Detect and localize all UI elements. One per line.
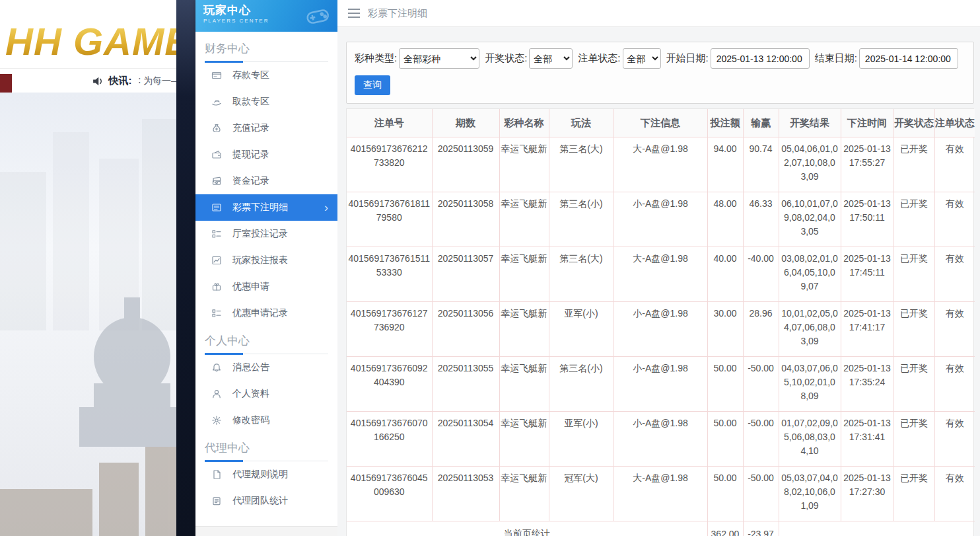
table-header-row: 注单号期数彩种名称玩法下注信息投注额输赢开奖结果下注时间开奖状态注单状态 bbox=[347, 109, 975, 137]
lottery-type-select[interactable]: 全部彩种 bbox=[399, 48, 479, 69]
cell-order-id: 401569173676092404390 bbox=[347, 357, 432, 412]
sidebar-item-label: 彩票下注明细 bbox=[232, 202, 288, 213]
sidebar-item-notice[interactable]: 消息公告 bbox=[195, 354, 337, 381]
withdraw-hand-icon bbox=[211, 96, 222, 107]
cell-order-id: 401569173676212733820 bbox=[347, 137, 432, 192]
list-check-icon bbox=[211, 229, 222, 239]
cell-period: 20250113054 bbox=[432, 412, 499, 467]
search-button[interactable]: 查询 bbox=[355, 75, 390, 95]
cell-order-id: 401569173676070166250 bbox=[347, 412, 432, 467]
cell-draw-result: 06,10,01,07,09,08,02,04,03,05 bbox=[779, 192, 841, 247]
sidebar-item-agent-rules[interactable]: 代理规则说明 bbox=[195, 461, 337, 488]
background-page: HH GAME 快讯: ∶ 为每一— bbox=[0, 0, 176, 536]
capitol-silhouette bbox=[0, 93, 176, 536]
sidebar-item-label: 玩家投注报表 bbox=[232, 254, 288, 266]
cell-win-loss: -50.00 bbox=[743, 467, 779, 521]
cell-bet-time: 2025-01-13 17:27:30 bbox=[841, 467, 893, 521]
cell-bet-amount: 48.00 bbox=[707, 192, 743, 247]
sidebar-item-profile[interactable]: 个人资料 bbox=[195, 381, 337, 407]
sidebar-item-agent-team-stats[interactable]: 代理团队统计 bbox=[195, 488, 337, 514]
cell-order-status: 有效 bbox=[934, 247, 975, 302]
sidebar-item-withdraw[interactable]: 取款专区 bbox=[195, 89, 337, 115]
table-row: 40156917367618117958020250113058幸运飞艇新第三名… bbox=[347, 192, 975, 247]
site-logo: HH GAME bbox=[0, 17, 176, 68]
cell-period: 20250113057 bbox=[432, 247, 499, 302]
sidebar-section-label: 财务中心 bbox=[205, 41, 328, 62]
news-ticker-text: ∶ 为每一— bbox=[138, 75, 176, 87]
order-status-label: 注单状态: bbox=[578, 52, 620, 65]
cell-lottery-name: 幸运飞艇新 bbox=[499, 412, 549, 467]
start-date-label: 开始日期: bbox=[666, 52, 709, 65]
column-header-lottery-name: 彩种名称 bbox=[499, 109, 549, 137]
cell-win-loss: 28.96 bbox=[743, 302, 779, 357]
sidebar-section-label: 代理中心 bbox=[205, 440, 328, 461]
sidebar-item-funds-record[interactable]: 资金记录 bbox=[195, 168, 337, 194]
end-date-input[interactable] bbox=[859, 48, 958, 69]
sidebar-section-label: 个人中心 bbox=[205, 333, 328, 354]
news-ticker-label: 快讯: bbox=[108, 75, 131, 87]
sidebar-item-player-bet-report[interactable]: 玩家投注报表 bbox=[195, 247, 337, 274]
cell-draw-result: 03,08,02,01,06,04,05,10,09,07 bbox=[779, 247, 841, 302]
cell-play-type: 第三名(大) bbox=[549, 137, 613, 192]
chart-report-icon bbox=[211, 255, 222, 266]
table-row: 40156917367615115333020250113057幸运飞艇新第三名… bbox=[347, 247, 975, 302]
sidebar-item-lottery-bet-detail[interactable]: 彩票下注明细› bbox=[195, 194, 337, 221]
news-ticker-bar: 快讯: ∶ 为每一— bbox=[0, 68, 176, 93]
end-date-label: 结束日期: bbox=[815, 52, 857, 65]
draw-status-select[interactable]: 全部 bbox=[529, 48, 573, 69]
cell-win-loss: -40.00 bbox=[743, 247, 779, 302]
sidebar-item-deposit[interactable]: 存款专区 bbox=[195, 62, 337, 89]
cell-bet-info: 大-A盘@1.98 bbox=[613, 137, 707, 192]
cell-draw-status: 已开奖 bbox=[893, 357, 934, 412]
cell-draw-status: 已开奖 bbox=[893, 467, 934, 521]
sidebar-item-label: 修改密码 bbox=[232, 414, 269, 426]
cell-win-loss: 46.33 bbox=[743, 192, 779, 247]
tickets-icon bbox=[211, 176, 222, 186]
sidebar-item-hall-bet-record[interactable]: 厅室投注记录 bbox=[195, 221, 337, 247]
cell-win-loss: -50.00 bbox=[743, 412, 779, 467]
start-date-input[interactable] bbox=[711, 48, 810, 69]
overlay-dark-strip bbox=[176, 0, 195, 536]
deposit-card-icon bbox=[211, 70, 222, 81]
cell-win-loss: 90.74 bbox=[743, 137, 779, 192]
cell-bet-info: 小-A盘@1.98 bbox=[613, 302, 707, 357]
column-header-bet-info: 下注信息 bbox=[613, 109, 707, 137]
sidebar-footer bbox=[195, 526, 337, 536]
column-header-period: 期数 bbox=[432, 109, 499, 137]
hamburger-icon[interactable] bbox=[348, 9, 360, 18]
table-row: 40156917367607016625020250113054幸运飞艇新亚军(… bbox=[347, 412, 975, 467]
sidebar-item-label: 个人资料 bbox=[232, 388, 269, 400]
table-row: 40156917367621273382020250113059幸运飞艇新第三名… bbox=[347, 137, 975, 192]
sidebar-header: 玩家中心 PLAYERS CENTER bbox=[195, 0, 337, 32]
cell-draw-result: 04,03,07,06,05,10,02,01,08,09 bbox=[779, 357, 841, 412]
bet-detail-table-card: 注单号期数彩种名称玩法下注信息投注额输赢开奖结果下注时间开奖状态注单状态 401… bbox=[346, 108, 974, 536]
cell-bet-info: 大-A盘@1.98 bbox=[613, 247, 707, 302]
cell-bet-time: 2025-01-13 17:31:41 bbox=[841, 412, 893, 467]
cell-bet-info: 小-A盘@1.98 bbox=[613, 357, 707, 412]
red-accent-decoration bbox=[0, 74, 12, 93]
team-stats-icon bbox=[211, 496, 222, 506]
bell-icon bbox=[211, 362, 222, 373]
summary-row-current-page: 当前页统计362.00-23.97 bbox=[347, 521, 975, 536]
table-row: 40156917367609240439020250113055幸运飞艇新第三名… bbox=[347, 357, 975, 412]
cell-play-type: 亚军(小) bbox=[549, 302, 613, 357]
sidebar-item-withdrawal-record[interactable]: 提现记录 bbox=[195, 141, 337, 168]
summary-empty bbox=[779, 521, 975, 536]
cell-bet-amount: 30.00 bbox=[707, 302, 743, 357]
cell-bet-amount: 40.00 bbox=[707, 247, 743, 302]
column-header-draw-status: 开奖状态 bbox=[893, 109, 934, 137]
cell-period: 20250113058 bbox=[432, 192, 499, 247]
column-header-order-id: 注单号 bbox=[347, 109, 432, 137]
sidebar-item-change-password[interactable]: 修改密码 bbox=[195, 407, 337, 434]
cell-bet-amount: 50.00 bbox=[707, 357, 743, 412]
cell-play-type: 第三名(小) bbox=[549, 357, 613, 412]
cell-lottery-name: 幸运飞艇新 bbox=[499, 137, 549, 192]
sidebar-item-label: 资金记录 bbox=[232, 175, 269, 187]
sidebar-item-recharge-record[interactable]: 充值记录 bbox=[195, 115, 337, 141]
sidebar-item-promo-apply[interactable]: 优惠申请 bbox=[195, 274, 337, 300]
sidebar-item-label: 存款专区 bbox=[232, 69, 269, 81]
sidebar-item-label: 厅室投注记录 bbox=[232, 228, 288, 240]
column-header-win-loss: 输赢 bbox=[743, 109, 779, 137]
order-status-select[interactable]: 全部 bbox=[623, 48, 661, 69]
sidebar-item-promo-apply-record[interactable]: 优惠申请记录 bbox=[195, 300, 337, 326]
